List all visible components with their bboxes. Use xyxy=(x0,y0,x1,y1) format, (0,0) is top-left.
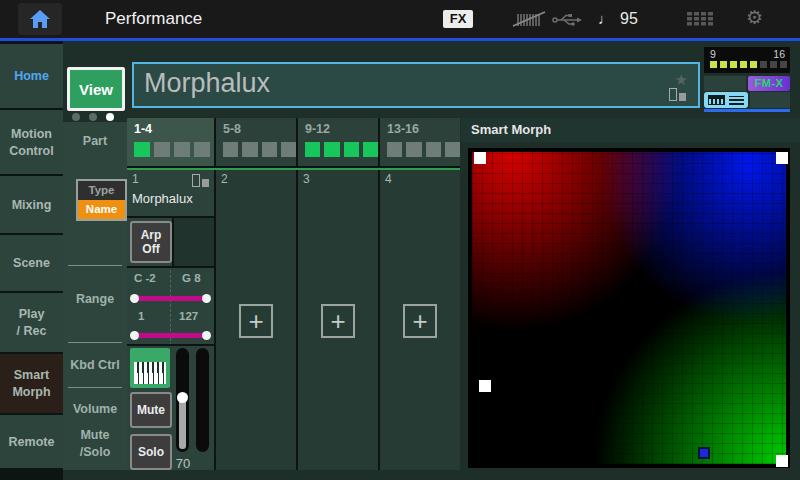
part-slot-square xyxy=(242,142,257,157)
smart-morph-grid-overlay xyxy=(472,152,786,464)
smart-morph-header: Smart Morph xyxy=(461,118,800,142)
morph-marker-white[interactable] xyxy=(776,152,788,164)
velocity-range-handle-high[interactable] xyxy=(202,331,211,340)
part-1-column[interactable]: 1 Morphalux Arp Off C -2 G 8 1 127 Mute … xyxy=(127,170,214,470)
sidebar-item-home[interactable]: Home xyxy=(0,44,63,108)
performance-name-field[interactable]: Morphalux ★ xyxy=(132,62,700,108)
sidebar-item-label: Remote xyxy=(9,435,55,449)
local-control-off-icon[interactable] xyxy=(510,9,548,29)
mute-solo-row-label: /Solo xyxy=(63,445,127,459)
divider xyxy=(68,265,122,266)
part-slot-square xyxy=(406,142,421,157)
edit-compare-icon xyxy=(669,88,686,101)
add-part-button[interactable]: + xyxy=(403,304,437,338)
type-option[interactable]: Type xyxy=(78,181,125,200)
sidebar-item-remote[interactable]: Remote xyxy=(0,415,63,468)
morph-marker-white[interactable] xyxy=(479,380,491,392)
note-range-handle-low[interactable] xyxy=(130,294,139,303)
morph-marker-white[interactable] xyxy=(474,152,486,164)
part-group-tab-9-12[interactable]: 9-12 xyxy=(298,118,378,166)
part-slot-squares xyxy=(223,142,296,157)
home-icon xyxy=(29,9,51,29)
note-range-slider[interactable] xyxy=(133,296,208,301)
part-slot-square xyxy=(445,142,460,157)
velocity-range-high: 127 xyxy=(179,310,198,322)
quarter-note-icon[interactable]: ♩ xyxy=(598,0,613,38)
row-labels-column: Part Type Name Range Kbd Ctrl Volume Mut… xyxy=(63,122,127,470)
part-slot-square xyxy=(262,142,277,157)
part-slot-led xyxy=(750,61,757,68)
sidebar-item-label: / Rec xyxy=(17,324,47,338)
part-group-tab-5-8[interactable]: 5-8 xyxy=(216,118,296,166)
performance-name: Morphalux xyxy=(144,68,270,99)
range-start-label: 9 xyxy=(710,48,716,60)
sidebar-item-label: Home xyxy=(14,69,49,83)
part-slot-led xyxy=(780,61,787,68)
part-type-icon xyxy=(192,174,209,187)
morph-marker-white[interactable] xyxy=(776,455,788,467)
part-2-column: 2+ xyxy=(216,170,296,470)
note-range-handle-high[interactable] xyxy=(202,294,211,303)
add-part-button[interactable]: + xyxy=(321,304,355,338)
velocity-range-handle-low[interactable] xyxy=(130,331,139,340)
keyboard-zone-icon[interactable] xyxy=(704,92,748,108)
arp-button-label: Off xyxy=(142,242,159,256)
part-number: 1 xyxy=(132,172,139,186)
arp-on-off-button[interactable]: Arp Off xyxy=(130,221,172,263)
tempo-value[interactable]: 95 xyxy=(620,0,638,38)
part-group-tab-13-16[interactable]: 13-16 xyxy=(380,118,460,166)
page-dots xyxy=(72,113,114,121)
sidebar-item-smart-morph[interactable]: SmartMorph xyxy=(0,354,63,413)
part-slot-led xyxy=(720,61,727,68)
morph-marker-blue[interactable] xyxy=(698,447,710,459)
page-dot[interactable] xyxy=(72,113,80,121)
top-bar-accent xyxy=(0,38,800,41)
sidebar-item-label: Smart xyxy=(14,368,49,382)
kbd-ctrl-toggle[interactable] xyxy=(130,348,170,388)
mute-solo-row-label: Mute xyxy=(63,428,127,442)
fx-indicator[interactable]: FX xyxy=(443,10,473,28)
sidebar-item-scene[interactable]: Scene xyxy=(0,235,63,291)
range-row-label: Range xyxy=(63,292,127,306)
volume-slider[interactable] xyxy=(176,348,189,452)
smart-morph-map[interactable] xyxy=(468,148,790,468)
page-dot[interactable] xyxy=(89,113,97,121)
sidebar-item-label: Scene xyxy=(13,256,50,270)
velocity-range-slider[interactable] xyxy=(133,333,208,338)
sidebar-item-motion-control[interactable]: MotionControl xyxy=(0,110,63,174)
favorite-star-icon[interactable]: ★ xyxy=(675,71,688,89)
indicator-cell xyxy=(704,76,746,91)
name-option[interactable]: Name xyxy=(78,200,125,219)
type-name-toggle[interactable]: Type Name xyxy=(76,179,127,221)
kbd-ctrl-row-label: Kbd Ctrl xyxy=(63,358,127,372)
volume-slider-handle[interactable] xyxy=(177,392,188,403)
part-group-tab-1-4[interactable]: 1-4 xyxy=(127,118,214,166)
arp-button-label: Arp xyxy=(141,228,162,242)
solo-button[interactable]: Solo xyxy=(130,434,172,470)
sidebar: HomeMotionControlMixingScenePlay/ RecSma… xyxy=(0,41,63,480)
settings-gear-icon[interactable]: ⚙ xyxy=(746,0,763,38)
mute-button[interactable]: Mute xyxy=(130,392,172,428)
volume-row-label: Volume xyxy=(63,402,127,416)
performance-screen: Performance FX ♩ 95 xyxy=(0,0,800,480)
volume-slider-fill xyxy=(179,398,186,449)
range-end-label: 16 xyxy=(773,48,785,60)
part-group-label: 9-12 xyxy=(305,122,378,136)
home-button[interactable] xyxy=(18,3,62,35)
note-range-high: G 8 xyxy=(182,272,201,284)
pads-grid-icon[interactable] xyxy=(687,12,715,26)
page-dot[interactable] xyxy=(106,113,114,121)
part-slot-square xyxy=(363,142,378,157)
view-button[interactable]: View xyxy=(67,67,125,111)
part-group-label: 5-8 xyxy=(223,122,296,136)
part-number: 4 xyxy=(385,172,392,186)
sidebar-item-mixing[interactable]: Mixing xyxy=(0,176,63,233)
usb-icon[interactable] xyxy=(552,12,582,27)
solo-button-label: Solo xyxy=(138,445,164,459)
sidebar-item-play-rec[interactable]: Play/ Rec xyxy=(0,293,63,352)
part-slot-squares xyxy=(305,142,378,157)
add-part-button[interactable]: + xyxy=(239,304,273,338)
part-group-label: 1-4 xyxy=(134,122,214,136)
sidebar-item-label: Control xyxy=(9,144,53,158)
arp-hold-cell[interactable] xyxy=(172,218,214,266)
